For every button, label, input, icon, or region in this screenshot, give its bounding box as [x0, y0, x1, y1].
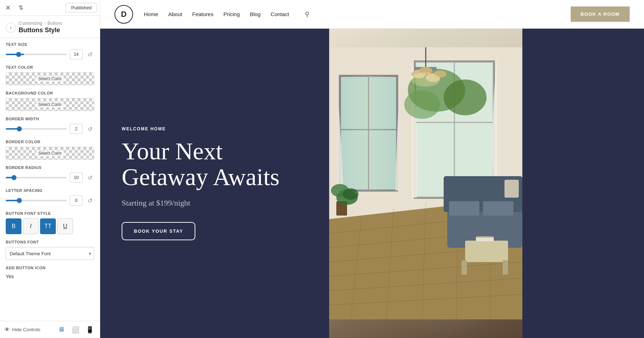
panel-header-text: Customizing › Buttons Buttons Style [19, 21, 94, 34]
italic-button[interactable]: I [23, 218, 39, 234]
border-color-label: BORDER COLOR [6, 140, 94, 144]
nav-links: Home About Features Pricing Blog Contact… [144, 10, 571, 18]
hero-room-image [329, 29, 522, 338]
svg-rect-48 [477, 236, 493, 238]
svg-rect-45 [462, 260, 467, 275]
desktop-icon[interactable]: 🖥 [55, 324, 67, 335]
border-color-group: BORDER COLOR Select Color [6, 140, 94, 160]
text-color-label: TEXT COLOR [6, 65, 94, 69]
text-color-placeholder: Select Color [36, 76, 64, 82]
add-button-icon-group: ADD BUTTON ICON Yes [6, 266, 94, 280]
border-color-swatch[interactable]: Select Color [6, 147, 94, 160]
top-bar: ✕ ⇅ Published [0, 0, 100, 16]
underline-button[interactable]: U [57, 218, 73, 234]
svg-point-37 [343, 188, 358, 200]
eye-icon: 👁 [4, 327, 10, 333]
hero-eyebrow: WELCOME HOME [122, 126, 308, 131]
border-color-placeholder: Select Color [36, 150, 64, 156]
svg-rect-41 [449, 201, 479, 216]
text-size-label: TEXT SIZE [6, 42, 94, 47]
nav-features[interactable]: Features [192, 11, 213, 17]
svg-rect-46 [503, 260, 508, 275]
preview-area: D Home About Features Pricing Blog Conta… [100, 0, 644, 338]
bold-button[interactable]: B [6, 218, 21, 234]
text-color-group: TEXT COLOR Select Color [6, 65, 94, 85]
svg-rect-44 [465, 241, 508, 262]
site-nav: D Home About Features Pricing Blog Conta… [100, 0, 644, 29]
border-radius-value: 10 [70, 173, 83, 183]
tablet-icon[interactable]: ⬜ [70, 324, 81, 335]
svg-point-33 [411, 72, 440, 87]
reorder-button[interactable]: ⇅ [16, 3, 26, 13]
letter-spacing-group: LETTER SPACING 0 ↺ [6, 188, 94, 206]
border-width-reset[interactable]: ↺ [86, 125, 94, 133]
hide-controls-button[interactable]: 👁 Hide Controls [4, 327, 40, 333]
text-size-reset[interactable]: ↺ [86, 50, 94, 59]
text-size-group: TEXT SIZE 14 ↺ [6, 42, 94, 59]
svg-rect-18 [340, 76, 397, 190]
letter-spacing-reset[interactable]: ↺ [86, 196, 94, 205]
add-button-icon-label: ADD BUTTON ICON [6, 266, 94, 270]
border-width-label: BORDER WIDTH [6, 117, 94, 121]
border-radius-reset[interactable]: ↺ [86, 173, 94, 182]
border-radius-row: 10 ↺ [6, 173, 94, 183]
hero-content: WELCOME HOME Your Next Getaway Awaits St… [100, 29, 329, 338]
buttons-font-select[interactable]: Default Theme Font Arial Georgia Helveti… [6, 247, 94, 260]
nav-pricing[interactable]: Pricing [223, 11, 240, 17]
left-panel: ✕ ⇅ Published ‹ Customizing › Buttons Bu… [0, 0, 100, 338]
border-width-slider[interactable] [6, 128, 67, 130]
close-button[interactable]: ✕ [3, 3, 13, 13]
hero-cta-button[interactable]: BOOK YOUR STAY [122, 222, 195, 240]
svg-rect-43 [504, 180, 519, 198]
svg-point-25 [444, 79, 487, 115]
controls-area: TEXT SIZE 14 ↺ TEXT COLOR Select Color B… [0, 38, 100, 321]
buttons-font-group: BUTTONS FONT Default Theme Font Arial Ge… [6, 240, 94, 260]
search-icon[interactable]: ⚲ [305, 10, 309, 18]
letter-spacing-value: 0 [70, 195, 83, 206]
button-font-style-label: BUTTON FONT STYLE [6, 211, 94, 216]
text-size-row: 14 ↺ [6, 49, 94, 59]
bg-color-placeholder: Select Color [36, 102, 64, 107]
back-button[interactable]: ‹ [6, 23, 16, 33]
breadcrumb: Customizing › Buttons [19, 21, 94, 26]
nav-contact[interactable]: Contact [270, 11, 289, 17]
border-radius-slider[interactable] [6, 177, 67, 178]
nav-about[interactable]: About [168, 11, 182, 17]
border-width-value: 2 [70, 124, 83, 134]
bg-color-group: BACKGROUND COLOR Select Color [6, 91, 94, 111]
published-button[interactable]: Published [66, 3, 97, 13]
panel-header: ‹ Customizing › Buttons Buttons Style [0, 16, 100, 38]
border-radius-group: BORDER RADIUS 10 ↺ [6, 165, 94, 183]
bg-color-label: BACKGROUND COLOR [6, 91, 94, 95]
mobile-icon[interactable]: 📱 [84, 324, 96, 335]
site-logo: D [114, 5, 133, 24]
svg-rect-42 [483, 201, 513, 216]
border-width-group: BORDER WIDTH 2 ↺ [6, 117, 94, 134]
bg-color-swatch[interactable]: Select Color [6, 98, 94, 111]
nav-home[interactable]: Home [144, 11, 158, 17]
letter-spacing-row: 0 ↺ [6, 195, 94, 206]
hero-subtitle: Starting at $199/night [122, 198, 308, 208]
font-style-row: B I TT U [6, 218, 94, 234]
svg-point-26 [404, 90, 440, 119]
text-size-value: 14 [70, 49, 83, 59]
room-illustration [329, 29, 522, 338]
add-button-icon-value: Yes [6, 273, 94, 280]
button-font-style-group: BUTTON FONT STYLE B I TT U [6, 211, 94, 234]
buttons-font-label: BUTTONS FONT [6, 240, 94, 244]
book-room-button[interactable]: BOOK A ROOM [571, 6, 630, 22]
bottom-bar: 👁 Hide Controls 🖥 ⬜ 📱 [0, 321, 100, 338]
panel-title: Buttons Style [19, 26, 94, 34]
border-width-row: 2 ↺ [6, 124, 94, 134]
text-size-slider[interactable] [6, 54, 67, 55]
hero-section: WELCOME HOME Your Next Getaway Awaits St… [100, 29, 644, 338]
border-radius-label: BORDER RADIUS [6, 165, 94, 170]
tt-button[interactable]: TT [40, 218, 56, 234]
nav-blog[interactable]: Blog [250, 11, 260, 17]
hide-controls-label: Hide Controls [12, 327, 40, 332]
letter-spacing-slider[interactable] [6, 200, 67, 201]
hero-title: Your Next Getaway Awaits [122, 139, 308, 190]
text-color-swatch[interactable]: Select Color [6, 72, 94, 85]
letter-spacing-label: LETTER SPACING [6, 188, 94, 193]
